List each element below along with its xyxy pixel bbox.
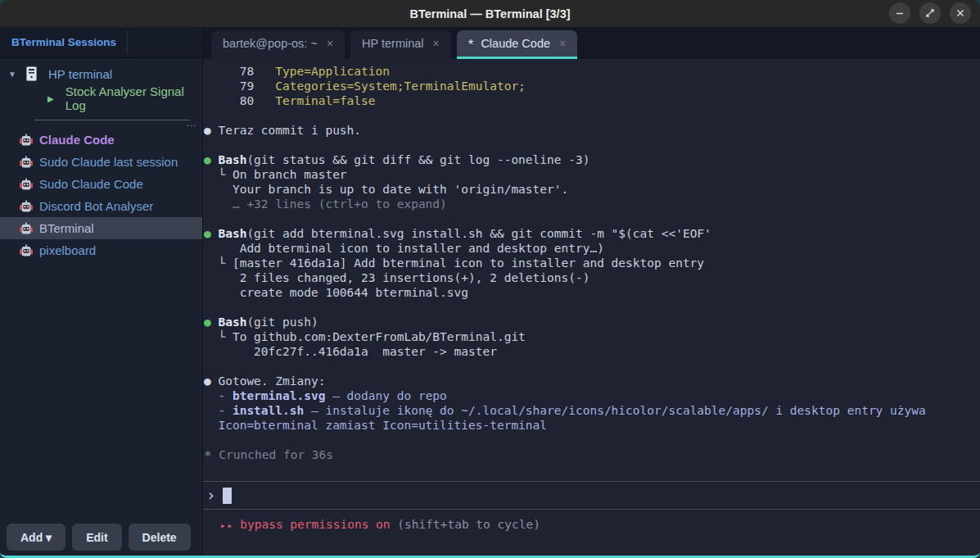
robot-icon	[20, 222, 33, 235]
session-item-sudo-claude-code[interactable]: Sudo Claude Code	[0, 173, 202, 195]
terminal-line: 79 Categories=System;TerminalEmulator;	[204, 79, 973, 93]
session-item-discord-bot-analyser[interactable]: Discord Bot Analyser	[0, 195, 202, 217]
permissions-mode-label[interactable]: bypass permissions on	[240, 518, 390, 531]
double-arrow-icon: ▸▸	[220, 520, 234, 531]
robot-icon	[20, 134, 33, 147]
tree-item-label: HP terminal	[48, 67, 112, 81]
terminal-line	[204, 433, 973, 447]
terminal-line: - install.sh — instaluje ikonę do ~/.loc…	[204, 403, 973, 418]
terminal-line	[204, 108, 973, 123]
cycle-hint-label: (shift+tab to cycle)	[391, 518, 540, 531]
terminal-line: 20fc27f..416da1a master -> master	[204, 344, 973, 359]
tab-label: bartek@pop-os: ~	[223, 37, 318, 50]
session-label: pixelboard	[39, 243, 96, 257]
tree-item-hp-terminal[interactable]: ▼ HP terminal	[0, 61, 202, 86]
terminal-line: └ [master 416da1a] Add bterminal icon to…	[204, 256, 973, 270]
tab-bartek-pop-os[interactable]: bartek@pop-os: ~×	[211, 30, 345, 59]
terminal-line: 78 Type=Application	[204, 64, 973, 79]
robot-icon	[20, 244, 33, 257]
app-window: BTerminal — BTerminal [3/3] BTerminal Se…	[0, 0, 980, 558]
maximize-button[interactable]	[919, 2, 941, 24]
terminal-line: ● Teraz commit i push.	[204, 123, 973, 138]
tree-divider: …	[0, 111, 202, 129]
divider-line	[34, 120, 190, 120]
robot-icon	[20, 178, 33, 191]
more-handle[interactable]: …	[186, 116, 197, 129]
delete-button[interactable]: Delete	[129, 524, 191, 551]
status-bar: ▸▸bypass permissions on (shift+tab to cy…	[203, 510, 980, 556]
sidebar-title: BTerminal Sessions	[11, 36, 116, 48]
tab-close-icon[interactable]: ×	[433, 37, 440, 50]
terminal-line: └ To github.com:DexterFromLab/BTerminal.…	[204, 329, 973, 344]
session-item-claude-code[interactable]: Claude Code	[0, 129, 202, 151]
tab-hp-terminal[interactable]: HP terminal×	[350, 30, 451, 59]
close-icon	[955, 8, 965, 18]
chevron-right-icon[interactable]: ▶	[47, 94, 54, 103]
terminal-line: … +32 lines (ctrl+o to expand)	[204, 197, 973, 211]
terminal-line	[204, 211, 973, 226]
sessions-sidebar: BTerminal Sessions ▼ HP terminal	[0, 27, 203, 556]
computer-icon	[26, 66, 37, 81]
terminal-line: - bterminal.svg — dodany do repo	[204, 388, 973, 403]
terminal-line: Icon=bterminal zamiast Icon=utilities-te…	[204, 418, 973, 433]
session-item-pixelboard[interactable]: pixelboard	[0, 239, 202, 261]
terminal-line: create mode 100644 bterminal.svg	[204, 285, 973, 300]
terminal-line: 2 files changed, 23 insertions(+), 2 del…	[204, 270, 973, 285]
terminal-line: Add bterminal icon to installer and desk…	[204, 241, 973, 256]
sidebar-spacer	[0, 261, 202, 524]
terminal-line: ● Bash(git add bterminal.svg install.sh …	[204, 226, 973, 241]
text-cursor	[223, 488, 232, 504]
terminal-line: └ On branch master	[204, 167, 973, 182]
terminal-line: * Crunched for 36s	[204, 447, 973, 462]
tab-label: Claude Code	[481, 37, 550, 50]
session-label: Discord Bot Analyser	[39, 199, 153, 213]
header-divider	[127, 30, 128, 54]
terminal-line: Your branch is up to date with 'origin/m…	[204, 182, 973, 197]
session-list: Claude Code Sudo Claude last session Sud…	[0, 129, 202, 261]
edit-button[interactable]: Edit	[72, 524, 121, 551]
session-label: Claude Code	[39, 133, 115, 147]
robot-icon	[20, 200, 33, 213]
terminal-line: ● Bash(git status && git diff && git log…	[204, 152, 973, 167]
add-button[interactable]: Add ▾	[7, 524, 65, 551]
tab-claude-code[interactable]: *Claude Code×	[457, 30, 577, 59]
sidebar-buttons: Add ▾EditDelete	[0, 524, 202, 556]
prompt-chevron-icon: ›	[206, 488, 215, 503]
title-bar: BTerminal — BTerminal [3/3]	[0, 0, 980, 27]
tree-item-stock-analyser-signal-log[interactable]: ▶ Stock Analyser Signal Log	[0, 86, 202, 111]
tree-item-label: Stock Analyser Signal Log	[65, 84, 202, 112]
window-title: BTerminal — BTerminal [3/3]	[409, 7, 570, 20]
terminal-line: ● Bash(git push)	[204, 315, 973, 329]
terminal-input[interactable]: ›	[203, 481, 980, 510]
terminal-line: 80 Terminal=false	[204, 93, 973, 108]
session-item-bterminal[interactable]: BTerminal	[0, 217, 202, 239]
terminal-line	[204, 138, 973, 152]
close-button[interactable]	[950, 2, 971, 24]
terminal-line	[204, 300, 973, 315]
session-label: Sudo Claude last session	[39, 155, 178, 169]
spark-icon: *	[468, 37, 474, 53]
tab-close-icon[interactable]: ×	[327, 37, 333, 50]
minimize-button[interactable]	[889, 2, 910, 24]
sidebar-header: BTerminal Sessions	[0, 27, 202, 58]
session-item-sudo-claude-last-session[interactable]: Sudo Claude last session	[0, 151, 202, 173]
tab-close-icon[interactable]: ×	[559, 37, 566, 50]
session-label: Sudo Claude Code	[39, 177, 143, 191]
robot-icon	[20, 156, 33, 169]
session-label: BTerminal	[39, 221, 94, 235]
chevron-down-icon[interactable]: ▼	[8, 70, 19, 79]
maximize-icon	[925, 8, 935, 18]
tab-label: HP terminal	[362, 37, 423, 50]
terminal-line	[204, 359, 973, 374]
minimize-icon	[895, 8, 905, 18]
terminal-output: 78 Type=Application 79 Categories=System…	[203, 59, 980, 481]
tab-bar: bartek@pop-os: ~×HP terminal×*Claude Cod…	[203, 27, 980, 59]
terminal-line: ● Gotowe. Zmiany:	[204, 374, 973, 388]
terminal-pane: bartek@pop-os: ~×HP terminal×*Claude Cod…	[203, 27, 980, 556]
window-controls	[889, 2, 971, 24]
session-tree: ▼ HP terminal ▶ Stock Analyser Signal Lo…	[0, 58, 202, 129]
